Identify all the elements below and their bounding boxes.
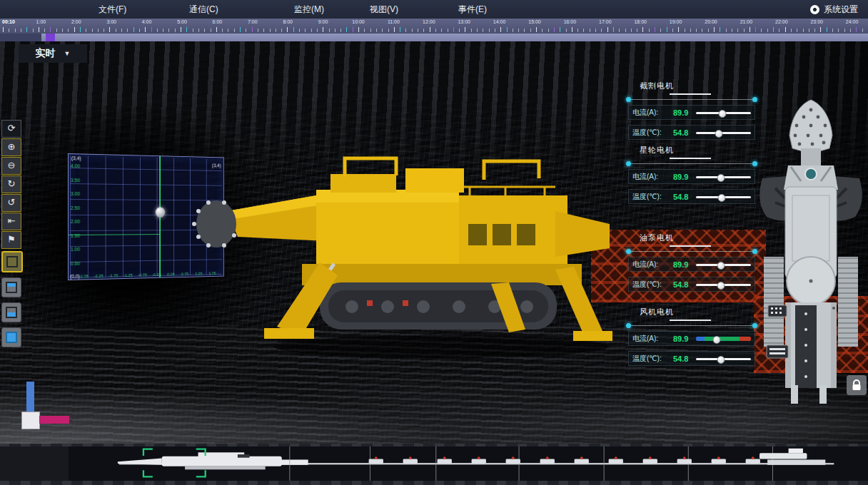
timeline-tick xyxy=(814,29,815,32)
timeline-tick xyxy=(625,29,626,32)
menu-bar: 文件(F)通信(C)监控(M)视图(V)事件(E) 系统设置 xyxy=(0,0,868,19)
motor-title-underline xyxy=(670,93,711,95)
top-face-view-tool[interactable] xyxy=(1,277,21,297)
view-mode-dropdown[interactable]: 实时 ▼ xyxy=(19,44,87,63)
orbit-tool[interactable]: ⟳ xyxy=(1,120,21,138)
motor-row-slider[interactable] xyxy=(696,108,751,117)
timeline-tick xyxy=(228,29,228,32)
motor-row-slider[interactable] xyxy=(696,354,751,363)
motor-row-slider[interactable] xyxy=(696,173,751,181)
menu-view[interactable]: 视图(V) xyxy=(363,0,405,19)
timeline-tick xyxy=(281,29,282,32)
timeline-hour-label: 17:00 xyxy=(599,19,612,24)
lock-button[interactable] xyxy=(847,375,867,395)
wireframe-view-tool[interactable] xyxy=(1,251,23,272)
motor-row-slider[interactable] xyxy=(696,193,751,201)
timeline-hour-label: 16:00 xyxy=(564,19,577,24)
zoom-in-tool[interactable]: ⊕ xyxy=(1,138,21,156)
motor-row-label: 温度(℃): xyxy=(632,280,673,290)
rotate-cw-tool[interactable]: ↻ xyxy=(1,175,21,193)
menu-communication[interactable]: 通信(C) xyxy=(182,0,226,19)
motor-row-slider[interactable] xyxy=(696,335,751,343)
timeline-hour-label: 8:00 xyxy=(283,19,293,24)
timeline-tick xyxy=(33,29,34,32)
motor-row-value: 89.9 xyxy=(673,108,696,117)
menu-monitor[interactable]: 监控(M) xyxy=(287,0,331,19)
solid-view-tool[interactable] xyxy=(1,327,21,347)
timeline-tick xyxy=(168,29,169,32)
timeline-tick xyxy=(809,29,809,32)
motor-row-value: 89.9 xyxy=(673,173,696,181)
timeline-tick xyxy=(370,29,371,32)
timeline-tick xyxy=(601,29,602,32)
timeline-tick xyxy=(86,29,86,32)
timeline-tick xyxy=(448,29,448,32)
timeline-scrollbar[interactable] xyxy=(0,34,868,41)
timeline-hour-label: 12:00 xyxy=(423,19,435,24)
grid-x-tick: -1.75 xyxy=(108,273,118,277)
timeline-tick xyxy=(234,29,235,32)
timeline-tick xyxy=(394,27,395,32)
timeline-tick xyxy=(542,29,542,32)
motor-data-row: 电流(A):89.9 xyxy=(628,169,755,184)
gizmo-origin[interactable] xyxy=(21,412,40,429)
timeline-hour-label: 2:00 xyxy=(71,19,81,24)
slider-thumb[interactable] xyxy=(715,130,723,138)
slider-thumb[interactable] xyxy=(717,282,725,290)
menu-event[interactable]: 事件(E) xyxy=(451,0,494,19)
slider-thumb[interactable] xyxy=(717,174,725,182)
timeline-start-label: 00:10 xyxy=(2,19,15,24)
timeline-tick xyxy=(157,29,158,32)
timeline-tick xyxy=(186,27,187,32)
motor-data-row: 电流(A):89.9 xyxy=(628,257,755,272)
y-axis-handle[interactable] xyxy=(26,382,34,414)
timeline-tick xyxy=(133,27,134,32)
roadheader-machine-3d[interactable] xyxy=(184,155,612,377)
timeline-hour-label: 11:00 xyxy=(388,19,400,24)
timeline-tick xyxy=(423,29,424,32)
timeline-tick xyxy=(418,29,418,32)
timeline-tick xyxy=(151,27,152,32)
system-settings-button[interactable]: 系统设置 xyxy=(810,0,858,19)
motor-row-slider[interactable] xyxy=(696,260,751,269)
timeline-tick xyxy=(56,29,57,32)
slider-thumb[interactable] xyxy=(717,356,725,364)
timeline-tick xyxy=(21,29,21,32)
slider-thumb[interactable] xyxy=(713,336,721,344)
x-axis-handle[interactable] xyxy=(39,416,69,424)
system-settings-label: 系统设置 xyxy=(824,4,858,16)
timeline-position-marker[interactable] xyxy=(46,34,55,41)
timeline-tick xyxy=(109,27,110,32)
motor-row-label: 电流(A): xyxy=(632,172,673,182)
slider-track xyxy=(696,337,751,341)
left-track xyxy=(764,257,784,347)
conveyor-wagon xyxy=(609,456,623,464)
timeline-tick xyxy=(216,27,217,32)
front-face-view-tool[interactable] xyxy=(1,302,21,322)
timeline-tick xyxy=(329,29,330,32)
timeline-tick xyxy=(293,27,294,32)
timeline-tick xyxy=(364,29,365,32)
machine-shadow xyxy=(273,335,609,358)
slider-thumb[interactable] xyxy=(718,194,726,202)
top-face-view-tool-icon xyxy=(6,282,17,293)
rotate-ccw-tool[interactable]: ↺ xyxy=(1,194,21,212)
zoom-out-tool[interactable]: ⊖ xyxy=(1,157,21,175)
timeline-tick xyxy=(507,27,508,32)
slider-thumb[interactable] xyxy=(717,262,725,270)
motor-panel-rule xyxy=(628,163,755,164)
timeline-tick xyxy=(453,27,454,32)
solid-view-tool-icon xyxy=(6,332,17,343)
train-overview-panel[interactable] xyxy=(69,446,868,481)
motor-row-value: 89.9 xyxy=(673,335,696,343)
step-back-tool[interactable]: ⇤ xyxy=(1,213,21,230)
timeline-ruler[interactable]: 00:10 1:002:003:004:005:006:007:008:009:… xyxy=(0,19,868,34)
flag-tool[interactable]: ⚑ xyxy=(1,231,21,249)
right-leg xyxy=(819,385,827,404)
menu-file[interactable]: 文件(F) xyxy=(91,0,133,19)
motor-row-slider[interactable] xyxy=(696,128,751,137)
timeline-tick xyxy=(631,29,632,32)
timeline-tick xyxy=(222,29,223,32)
motor-row-slider[interactable] xyxy=(696,280,751,289)
slider-thumb[interactable] xyxy=(718,110,726,118)
